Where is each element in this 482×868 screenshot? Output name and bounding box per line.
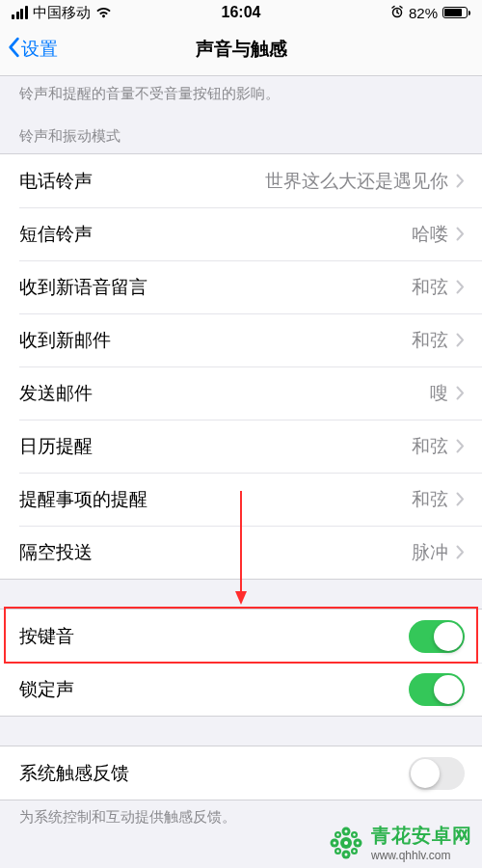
ringtone-cell-value: 嗖	[100, 381, 448, 406]
ringtone-cell[interactable]: 短信铃声哈喽	[0, 207, 482, 260]
cell-system-haptics[interactable]: 系统触感反馈	[0, 746, 482, 800]
chevron-right-icon	[456, 545, 465, 559]
nav-bar: 设置 声音与触感	[0, 23, 482, 76]
ringtone-cell-value: 哈喽	[100, 222, 448, 247]
chevron-right-icon	[456, 492, 465, 506]
haptics-group: 系统触感反馈	[0, 746, 482, 800]
chevron-right-icon	[456, 439, 465, 453]
keyboard-clicks-switch[interactable]	[409, 620, 465, 653]
alarm-icon	[390, 5, 404, 21]
wifi-icon	[95, 5, 112, 21]
status-left: 中国移动	[12, 4, 112, 22]
volume-note: 铃声和提醒的音量不受音量按钮的影响。	[0, 76, 482, 106]
lock-sound-switch[interactable]	[409, 673, 465, 706]
chevron-right-icon	[456, 280, 465, 294]
spacer	[0, 717, 482, 746]
ringtone-cell[interactable]: 发送邮件嗖	[0, 366, 482, 420]
ringtone-cell-label: 隔空投送	[19, 540, 93, 565]
status-bar: 中国移动 16:04 82%	[0, 0, 482, 23]
system-haptics-label: 系统触感反馈	[19, 761, 129, 786]
ringtone-cell-value: 和弦	[155, 487, 448, 512]
ringtone-cell-label: 短信铃声	[19, 222, 93, 247]
toggle-group: 按键音 锁定声	[0, 609, 482, 717]
ringtone-cell[interactable]: 收到新语音留言和弦	[0, 260, 482, 313]
ringtone-cell-value: 和弦	[100, 434, 448, 459]
system-haptics-switch[interactable]	[409, 757, 465, 790]
svg-point-12	[344, 841, 348, 845]
svg-point-19	[336, 850, 338, 852]
svg-point-18	[353, 833, 355, 835]
ringtone-group: 电话铃声世界这么大还是遇见你短信铃声哈喽收到新语音留言和弦收到新邮件和弦发送邮件…	[0, 153, 482, 580]
battery-percent: 82%	[409, 5, 438, 21]
cell-keyboard-clicks[interactable]: 按键音	[0, 610, 482, 663]
chevron-right-icon	[456, 333, 465, 347]
ringtone-cell-label: 提醒事项的提醒	[19, 487, 147, 512]
chevron-right-icon	[456, 174, 465, 188]
ringtone-cell[interactable]: 收到新邮件和弦	[0, 313, 482, 366]
cell-lock-sound[interactable]: 锁定声	[0, 663, 482, 716]
lock-sound-label: 锁定声	[19, 677, 74, 702]
chevron-right-icon	[456, 386, 465, 400]
chevron-right-icon	[456, 227, 465, 241]
svg-point-14	[345, 853, 348, 855]
keyboard-clicks-label: 按键音	[19, 624, 74, 649]
svg-point-16	[357, 841, 360, 844]
svg-point-20	[353, 850, 355, 852]
ringtone-cell-label: 收到新邮件	[19, 328, 111, 353]
ringtone-cell[interactable]: 提醒事项的提醒和弦	[0, 473, 482, 526]
svg-point-15	[334, 841, 336, 844]
ringtone-cell[interactable]: 电话铃声世界这么大还是遇见你	[0, 154, 482, 207]
ringtone-cell-value: 和弦	[119, 328, 448, 353]
status-right: 82%	[390, 5, 470, 21]
watermark-url: www.qhhlv.com	[371, 849, 472, 862]
section-header-ringtones: 铃声和振动模式	[0, 106, 482, 153]
signal-icon	[12, 6, 28, 19]
carrier-label: 中国移动	[33, 4, 91, 22]
spacer	[0, 580, 482, 609]
ringtone-cell[interactable]: 日历提醒和弦	[0, 420, 482, 473]
ringtone-cell-label: 日历提醒	[19, 434, 93, 459]
ringtone-cell-value: 脉冲	[100, 540, 448, 565]
chevron-left-icon	[6, 37, 21, 63]
ringtone-cell-label: 发送邮件	[19, 381, 93, 406]
svg-point-17	[336, 833, 338, 835]
ringtone-cell-label: 电话铃声	[19, 169, 93, 194]
watermark: 青花安卓网 www.qhhlv.com	[327, 823, 472, 862]
watermark-name: 青花安卓网	[371, 823, 472, 849]
back-label: 设置	[21, 37, 58, 62]
ringtone-cell-value: 和弦	[155, 275, 448, 300]
svg-point-13	[345, 829, 348, 832]
ringtone-cell-label: 收到新语音留言	[19, 275, 147, 300]
ringtone-cell[interactable]: 隔空投送脉冲	[0, 526, 482, 579]
page-title: 声音与触感	[196, 37, 287, 62]
ringtone-cell-value: 世界这么大还是遇见你	[100, 169, 448, 194]
back-button[interactable]: 设置	[6, 37, 58, 63]
watermark-logo-icon	[327, 824, 365, 862]
battery-icon	[442, 7, 470, 18]
